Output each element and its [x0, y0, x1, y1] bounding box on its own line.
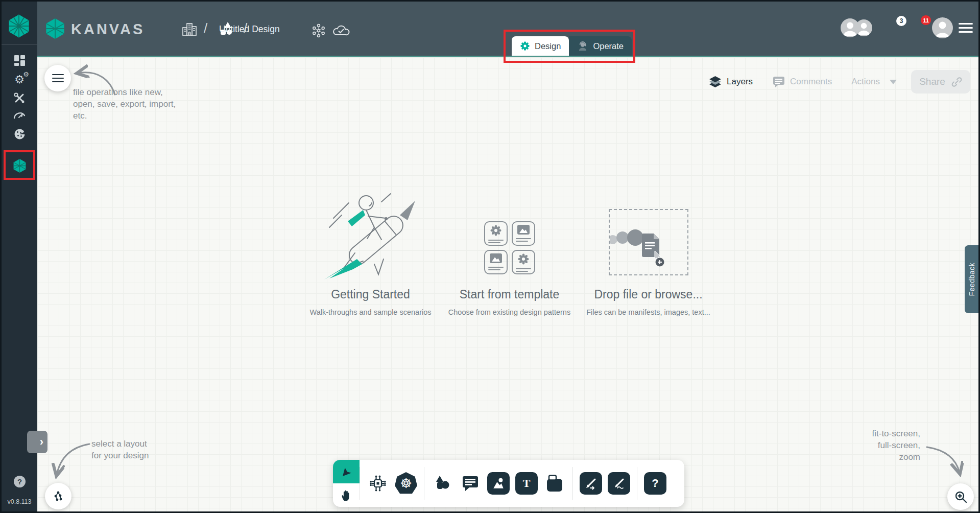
- breadcrumb-separator: /: [204, 20, 207, 36]
- question-glyph: ?: [652, 477, 658, 490]
- rocket-illustration: [318, 192, 423, 279]
- magnifier-plus-icon: [954, 490, 968, 504]
- version-label: v0.8.113: [2, 498, 37, 505]
- view-controls: Layers Comments Actions Share: [689, 70, 970, 94]
- tab-design-label: Design: [535, 41, 561, 51]
- help-button[interactable]: ?: [14, 476, 26, 487]
- annotation-zoom: fit-to-screen, full-screen, zoom: [872, 428, 920, 463]
- sidebar-item-settings[interactable]: ⚙ ⚙: [2, 71, 37, 88]
- hand-icon: [341, 489, 352, 501]
- layers-label: Layers: [727, 77, 753, 87]
- note-icon: [545, 475, 564, 492]
- design-pinwheel-icon: [520, 41, 530, 51]
- share-button[interactable]: Share: [911, 70, 970, 94]
- annotation-file-operations: file operations like new, open, save, ex…: [73, 86, 176, 122]
- sidebar-item-performance[interactable]: [2, 107, 37, 124]
- design-name[interactable]: Untitled Design: [219, 24, 280, 35]
- mode-tabs: Design Operate: [512, 36, 632, 56]
- pan-tool[interactable]: [333, 483, 360, 507]
- actions-dropdown[interactable]: Actions: [851, 77, 897, 87]
- template-tiles: [484, 221, 535, 279]
- toolbox-icon: [13, 92, 26, 104]
- pencil-sketch-icon: [612, 477, 626, 490]
- operator-headset-icon: [577, 40, 588, 52]
- comments-icon: [772, 75, 785, 88]
- brand-wordmark: KANVAS: [71, 21, 145, 38]
- pen-arrow-icon: [584, 477, 597, 490]
- select-tool[interactable]: [333, 460, 360, 483]
- kanvas-app-window: KANVAS / / Untitled Design: [0, 0, 980, 513]
- drop-title: Drop file or browse...: [579, 288, 718, 301]
- component-chip-icon: [368, 474, 388, 493]
- actions-label: Actions: [851, 77, 880, 87]
- kubernetes-tool[interactable]: ☸: [395, 472, 417, 495]
- dropzone[interactable]: [609, 209, 688, 275]
- feedback-label: Feedback: [968, 263, 976, 296]
- sidebar-divider: [2, 44, 37, 45]
- meshery-logo-icon[interactable]: [7, 13, 31, 39]
- kubernetes-wheel-glyph: ☸: [400, 476, 412, 492]
- notification-count-badge: 11: [921, 15, 931, 25]
- tab-operate[interactable]: Operate: [569, 36, 632, 56]
- annotation-layout: select a layout for your design: [91, 438, 149, 461]
- empty-canvas-cards: Getting Started Walk-throughs and sample…: [37, 192, 980, 316]
- pen-tool[interactable]: [580, 472, 602, 495]
- comment-icon: [462, 475, 479, 492]
- getting-started-title: Getting Started: [301, 288, 440, 301]
- header-menu-icon[interactable]: [959, 23, 973, 33]
- tab-design[interactable]: Design: [512, 36, 569, 56]
- template-subtitle: Choose from existing design patterns: [440, 308, 579, 316]
- sidebar-item-dashboard[interactable]: [2, 52, 37, 69]
- drop-subtitle: Files can be manifests, images, text...: [579, 308, 718, 316]
- settings-gears-icon: ⚙ ⚙: [14, 74, 25, 85]
- kanvas-logo-icon: [43, 16, 67, 41]
- sidebar-item-extensions[interactable]: [2, 125, 37, 143]
- template-title: Start from template: [440, 288, 579, 301]
- sidebar-expand-handle[interactable]: ›: [27, 431, 47, 453]
- getting-started-card[interactable]: Getting Started Walk-throughs and sample…: [301, 192, 440, 316]
- components-tool[interactable]: [367, 472, 389, 495]
- organization-icon[interactable]: [181, 21, 198, 37]
- menu-icon: [52, 72, 64, 85]
- kanvas-highlight-box: [4, 150, 35, 180]
- help-tool[interactable]: ?: [644, 472, 666, 495]
- drop-file-card[interactable]: Drop file or browse... Files can be mani…: [579, 192, 718, 316]
- template-image-icon: [489, 253, 503, 264]
- app-header: KANVAS / / Untitled Design: [37, 2, 980, 56]
- kubernetes-context-badge: 3: [896, 16, 906, 26]
- file-menu-button[interactable]: [44, 65, 71, 91]
- layers-button[interactable]: Layers: [708, 75, 753, 89]
- feedback-tab[interactable]: Feedback: [965, 245, 978, 313]
- comments-button[interactable]: Comments: [772, 75, 832, 88]
- share-label: Share: [919, 76, 945, 87]
- user-avatar[interactable]: [932, 17, 953, 38]
- share-link-icon: [951, 77, 962, 87]
- dashboard-icon: [14, 55, 26, 66]
- template-pattern-icon: [517, 253, 530, 265]
- image-icon: [491, 476, 506, 491]
- extensions-icon: [13, 128, 26, 141]
- chevron-down-icon: [890, 80, 897, 84]
- start-from-template-card[interactable]: Start from template Choose from existing…: [440, 192, 579, 316]
- text-tool[interactable]: T: [515, 472, 538, 495]
- getting-started-subtitle: Walk-throughs and sample scenarios: [301, 308, 440, 316]
- dock-toolbar: ☸: [333, 460, 684, 507]
- sketch-tool[interactable]: [608, 472, 630, 495]
- text-t-glyph: T: [523, 477, 531, 490]
- comment-tool[interactable]: [459, 472, 482, 495]
- help-glyph: ?: [17, 477, 22, 486]
- shapes-tool[interactable]: [431, 472, 453, 495]
- sidebar-item-toolbox[interactable]: [2, 89, 37, 107]
- cloud-saved-icon[interactable]: [331, 22, 351, 38]
- performance-gauge-icon: [13, 110, 26, 121]
- zoom-button[interactable]: [947, 483, 974, 510]
- template-pattern-icon: [490, 224, 502, 237]
- layers-icon: [708, 75, 722, 89]
- note-tool[interactable]: [543, 472, 566, 495]
- image-tool[interactable]: [487, 472, 510, 495]
- collaborator-avatar[interactable]: [841, 18, 859, 37]
- mesh-relationships-icon[interactable]: [311, 23, 326, 38]
- chevron-right-icon: ›: [40, 435, 43, 449]
- comments-label: Comments: [790, 77, 832, 87]
- layout-select-button[interactable]: [45, 483, 71, 509]
